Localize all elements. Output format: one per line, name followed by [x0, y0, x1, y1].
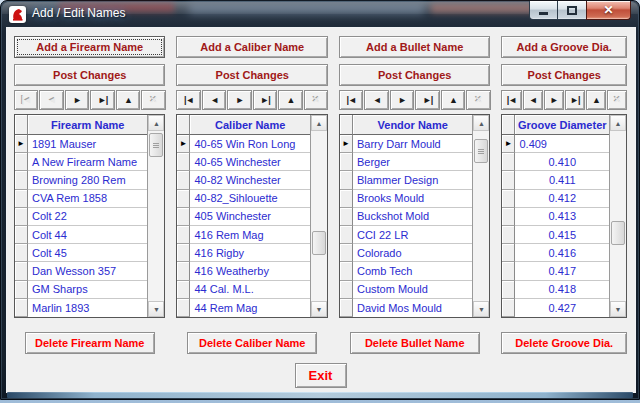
- grid-cell[interactable]: 0.418: [515, 281, 609, 299]
- scroll-up-icon[interactable]: ▲: [610, 115, 626, 131]
- scrollbar[interactable]: ▲ ▼: [609, 115, 626, 317]
- grid-cell[interactable]: Barry Darr Mould: [353, 135, 472, 153]
- add-caliber-name-button[interactable]: Add a Caliber Name: [176, 36, 327, 58]
- scrollbar-track[interactable]: [473, 131, 489, 301]
- grid-cell[interactable]: 1891 Mauser: [28, 135, 147, 153]
- nav-prior-icon[interactable]: ◄: [364, 90, 388, 110]
- grid-cell[interactable]: Brooks Mould: [353, 190, 472, 208]
- grid-cell[interactable]: GM Sharps: [28, 281, 147, 299]
- grid-cell[interactable]: 0.411: [515, 171, 609, 189]
- nav-prior-icon[interactable]: ◄: [523, 90, 543, 110]
- nav-last-icon[interactable]: ►|: [415, 90, 439, 110]
- grid-cell[interactable]: CVA Rem 1858: [28, 190, 147, 208]
- nav-first-icon[interactable]: |◄: [339, 90, 363, 110]
- grid-cell[interactable]: 416 Rem Mag: [190, 226, 309, 244]
- grid-cell[interactable]: 405 Winchester: [190, 208, 309, 226]
- nav-first-icon[interactable]: |◄: [501, 90, 521, 110]
- nav-up-icon[interactable]: ▲: [441, 90, 465, 110]
- grid-cell[interactable]: 44 Rem Mag: [190, 299, 309, 317]
- close-icon: ✕: [603, 3, 613, 17]
- grid-cell[interactable]: 0.409: [515, 135, 609, 153]
- grid-cell[interactable]: Berger: [353, 153, 472, 171]
- scrollbar-thumb[interactable]: [312, 231, 326, 255]
- exit-button[interactable]: Exit: [295, 363, 347, 388]
- scrollbar-thumb[interactable]: [149, 133, 163, 157]
- nav-prior-icon[interactable]: ◄: [202, 90, 226, 110]
- grid-cell[interactable]: 40-65 Winchester: [190, 153, 309, 171]
- nav-last-icon[interactable]: ►|: [253, 90, 277, 110]
- grid-cell[interactable]: 40-82_Sihlouette: [190, 190, 309, 208]
- grid-cell[interactable]: 416 Weatherby: [190, 262, 309, 280]
- grid-cell[interactable]: 0.417: [515, 262, 609, 280]
- post-changes-groove-dia-button[interactable]: Post Changes: [501, 64, 627, 86]
- grid-cell[interactable]: 0.412: [515, 190, 609, 208]
- grid-cell[interactable]: David Mos Mould: [353, 299, 472, 317]
- grid-cell[interactable]: Comb Tech: [353, 262, 472, 280]
- delete-caliber-name-button[interactable]: Delete Caliber Name: [187, 332, 317, 354]
- scroll-up-icon[interactable]: ▲: [311, 115, 327, 131]
- grid-cell[interactable]: Blammer Design: [353, 171, 472, 189]
- nav-up-icon[interactable]: ▲: [278, 90, 302, 110]
- table-row: CVA Rem 1858: [15, 190, 147, 208]
- add-bullet-name-button[interactable]: Add a Bullet Name: [339, 36, 490, 58]
- scrollbar-track[interactable]: [610, 131, 626, 301]
- minimize-button[interactable]: [529, 1, 558, 20]
- scroll-down-icon[interactable]: ▼: [311, 301, 327, 317]
- grid-cell[interactable]: CCI 22 LR: [353, 226, 472, 244]
- delete-groove-dia-button[interactable]: Delete Groove Dia.: [501, 332, 627, 354]
- grid-cell[interactable]: 0.415: [515, 226, 609, 244]
- grid-cell[interactable]: Dan Wesson 357: [28, 262, 147, 280]
- close-button[interactable]: ✕: [586, 1, 631, 20]
- delete-firearm-name-button[interactable]: Delete Firearm Name: [25, 332, 155, 354]
- grid-cell[interactable]: Buckshot Mold: [353, 208, 472, 226]
- grid-cell[interactable]: 40-82 Winchester: [190, 171, 309, 189]
- grid-cell[interactable]: Colt 22: [28, 208, 147, 226]
- add-firearm-name-button[interactable]: Add a Firearm Name: [14, 36, 165, 58]
- nav-next-icon[interactable]: ►: [65, 90, 89, 110]
- grid-cell[interactable]: A New Firearm Name: [28, 153, 147, 171]
- scrollbar[interactable]: ▲ ▼: [147, 115, 164, 317]
- scroll-down-icon[interactable]: ▼: [473, 301, 489, 317]
- scrollbar-track[interactable]: [148, 131, 164, 301]
- nav-next-icon[interactable]: ►: [390, 90, 414, 110]
- grid-cell[interactable]: Colorado: [353, 244, 472, 262]
- grid-cell[interactable]: 0.427: [515, 299, 609, 317]
- nav-up-icon[interactable]: ▲: [116, 90, 140, 110]
- grid-cell[interactable]: 0.416: [515, 244, 609, 262]
- nav-up-icon[interactable]: ▲: [586, 90, 606, 110]
- title-bar[interactable]: Add / Edit Names ✕: [1, 1, 639, 27]
- grid-cell[interactable]: Marlin 1893: [28, 299, 147, 317]
- delete-bullet-name-button[interactable]: Delete Bullet Name: [350, 332, 480, 354]
- nav-last-icon[interactable]: ►|: [565, 90, 585, 110]
- grid-cell[interactable]: 416 Rigby: [190, 244, 309, 262]
- nav-first-icon[interactable]: |◄: [176, 90, 200, 110]
- scroll-up-icon[interactable]: ▲: [148, 115, 164, 131]
- scrollbar[interactable]: ▲ ▼: [310, 115, 327, 317]
- post-changes-caliber-name-button[interactable]: Post Changes: [176, 64, 327, 86]
- table-row: ►1891 Mauser: [15, 135, 147, 153]
- row-indicator: [177, 262, 190, 280]
- grid-cell[interactable]: Custom Mould: [353, 281, 472, 299]
- grid-cell[interactable]: 0.413: [515, 208, 609, 226]
- post-changes-bullet-name-button[interactable]: Post Changes: [339, 64, 490, 86]
- app-icon[interactable]: [9, 6, 26, 23]
- nav-last-icon[interactable]: ►|: [90, 90, 114, 110]
- scrollbar-track[interactable]: [311, 131, 327, 301]
- nav-next-icon[interactable]: ►: [227, 90, 251, 110]
- grid-cell[interactable]: Colt 45: [28, 244, 147, 262]
- grid-cell[interactable]: Colt 44: [28, 226, 147, 244]
- scroll-up-icon[interactable]: ▲: [473, 115, 489, 131]
- grid-cell[interactable]: 40-65 Win Ron Long: [190, 135, 309, 153]
- scroll-down-icon[interactable]: ▼: [610, 301, 626, 317]
- post-changes-firearm-name-button[interactable]: Post Changes: [14, 64, 165, 86]
- grid-cell[interactable]: 44 Cal. M.L.: [190, 281, 309, 299]
- nav-next-icon[interactable]: ►: [544, 90, 564, 110]
- add-groove-dia-button[interactable]: Add a Groove Dia.: [501, 36, 627, 58]
- scroll-down-icon[interactable]: ▼: [148, 301, 164, 317]
- scrollbar-thumb[interactable]: [474, 139, 488, 163]
- scrollbar-thumb[interactable]: [611, 221, 625, 245]
- grid-cell[interactable]: Browning 280 Rem: [28, 171, 147, 189]
- maximize-button[interactable]: [558, 1, 586, 20]
- grid-cell[interactable]: 0.410: [515, 153, 609, 171]
- scrollbar[interactable]: ▲ ▼: [472, 115, 489, 317]
